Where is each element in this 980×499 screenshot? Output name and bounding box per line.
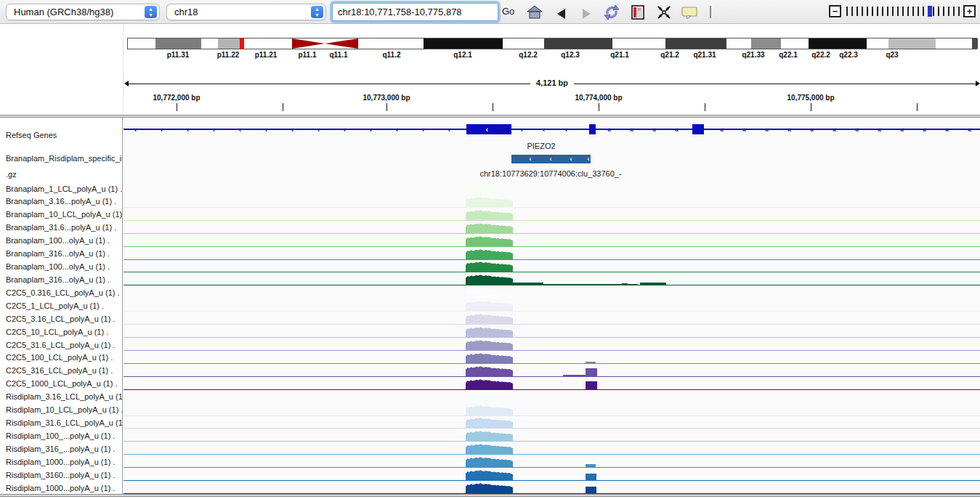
coverage-signal bbox=[466, 455, 513, 467]
track-name-coverage[interactable]: Branaplam_10_LCL_polyA_u (1) bbox=[6, 208, 122, 220]
ideogram-band-label: q21.31 bbox=[693, 51, 716, 59]
coverage-track-row[interactable] bbox=[123, 481, 980, 494]
track-name-coverage[interactable]: Branaplam_100...olyA_u (1) . bbox=[6, 235, 122, 246]
track-name-coverage[interactable]: C2C5_316_LCL_polyA_u (1) . bbox=[6, 365, 122, 376]
tooltip-bubble-icon[interactable] bbox=[681, 4, 698, 21]
zoom-slider-thumb[interactable] bbox=[928, 6, 932, 17]
coverage-signal bbox=[466, 286, 513, 298]
exon-box bbox=[466, 124, 511, 134]
ideogram-band-label: q21.1 bbox=[610, 51, 629, 59]
track-name-coverage[interactable]: Branaplam_316...olyA_u (1) . bbox=[6, 274, 122, 285]
track-name-coverage[interactable]: Branaplam_3.16...polyA_u (1) . bbox=[6, 195, 122, 207]
coverage-track-row[interactable] bbox=[123, 442, 980, 455]
coverage-signal bbox=[466, 442, 513, 454]
strand-chevron-icon: ‹‹ bbox=[675, 126, 679, 134]
bottom-pane-divider[interactable] bbox=[0, 494, 980, 497]
track-name-coverage[interactable]: Branaplam_316...olyA_u (1) . bbox=[6, 248, 122, 259]
coverage-track-row[interactable] bbox=[123, 260, 980, 273]
zoom-tick bbox=[882, 7, 883, 16]
coverage-track-row[interactable] bbox=[123, 390, 980, 403]
zoom-in-button[interactable]: + bbox=[963, 5, 976, 17]
coverage-track-row[interactable] bbox=[123, 403, 980, 416]
coverage-track-row[interactable] bbox=[123, 338, 980, 351]
track-name-junction-line1[interactable]: Branaplam_Risdiplam_specific_int bbox=[6, 154, 122, 163]
coverage-minor-peak bbox=[640, 283, 666, 285]
coverage-track-row[interactable] bbox=[123, 285, 980, 299]
track-name-coverage[interactable]: Risdiplam_1000...polyA_u (1) . bbox=[6, 456, 122, 468]
coverage-track-row[interactable] bbox=[123, 377, 980, 390]
chromosome-ideogram[interactable] bbox=[127, 38, 977, 49]
track-name-coverage[interactable]: C2C5_1_LCL_polyA_u (1) . bbox=[6, 300, 122, 312]
track-name-refseq[interactable]: Refseq Genes bbox=[6, 131, 122, 139]
ideogram-band bbox=[218, 38, 240, 49]
track-name-coverage[interactable]: Branaplam_31.6...polyA_u (1) . bbox=[6, 222, 122, 233]
coverage-track-row[interactable] bbox=[123, 221, 980, 234]
coverage-track-row[interactable] bbox=[123, 234, 980, 247]
track-name-junction-line2[interactable]: .gz bbox=[6, 170, 122, 179]
coverage-track-row[interactable] bbox=[123, 468, 980, 481]
header-panel: p11.31p11.22p11.21p11.1q11.1q11.2q12.1q1… bbox=[0, 25, 980, 115]
coverage-track-row[interactable] bbox=[123, 195, 980, 208]
track-name-coverage[interactable]: Risdiplam_100_...polyA_u (1) . bbox=[6, 430, 122, 442]
home-icon[interactable] bbox=[526, 4, 543, 21]
chromosome-select[interactable]: chr18 ▲▼ bbox=[166, 4, 326, 20]
forward-icon[interactable] bbox=[578, 4, 596, 21]
select-stepper-icon: ▲▼ bbox=[145, 6, 157, 18]
track-data-panel[interactable]: ‹‹‹‹‹‹‹‹‹‹‹‹‹‹‹‹‹‹‹‹‹‹‹‹‹‹‹‹‹‹‹‹‹‹‹‹‹‹‹‹… bbox=[123, 118, 980, 494]
coverage-signal bbox=[466, 299, 513, 311]
coverage-track-row[interactable] bbox=[123, 182, 980, 195]
track-name-coverage[interactable]: C2C5_100_LCL_polyA_u (1) . bbox=[6, 352, 122, 363]
track-name-coverage[interactable]: Branaplam_100...olyA_u (1) . bbox=[6, 261, 122, 272]
strand-chevron-icon: ‹ bbox=[187, 126, 188, 134]
exon-box bbox=[692, 124, 704, 134]
coverage-signal bbox=[466, 365, 513, 376]
coverage-track-row[interactable] bbox=[123, 208, 980, 221]
coverage-track-row[interactable] bbox=[123, 351, 980, 364]
fit-window-icon[interactable] bbox=[655, 4, 673, 21]
coverage-track-row[interactable] bbox=[123, 364, 980, 377]
coverage-signal bbox=[466, 248, 513, 259]
track-name-coverage[interactable]: Risdiplam_31.6_LCL_polyA_u (1 bbox=[6, 417, 122, 429]
coverage-track-row[interactable] bbox=[123, 312, 980, 325]
track-name-coverage[interactable]: C2C5_0.316_LCL_polyA_u (1) . bbox=[6, 287, 122, 299]
refresh-icon[interactable] bbox=[603, 4, 620, 21]
coverage-track-row[interactable] bbox=[123, 455, 980, 468]
ideogram-band-label: p11.1 bbox=[298, 51, 316, 59]
coverage-signal bbox=[466, 378, 513, 389]
strand-chevron-icon: ‹ bbox=[265, 126, 267, 134]
coverage-track-row[interactable] bbox=[123, 325, 980, 338]
zoom-tick bbox=[918, 7, 919, 16]
coverage-track-row[interactable] bbox=[123, 247, 980, 260]
coverage-track-row[interactable] bbox=[123, 416, 980, 429]
go-button[interactable]: Go bbox=[502, 6, 514, 17]
track-name-coverage[interactable]: C2C5_1000_LCL_polyA_u (1) . bbox=[6, 378, 122, 389]
track-name-coverage[interactable]: C2C5_31.6_LCL_polyA_u (1) . bbox=[6, 339, 122, 351]
track-name-coverage[interactable]: Risdiplam_10_LCL_polyA_u (1) . bbox=[6, 404, 122, 415]
coverage-track-row[interactable] bbox=[123, 429, 980, 442]
coverage-minor-peak bbox=[586, 381, 597, 389]
coverage-track-row[interactable] bbox=[123, 272, 980, 285]
coverage-minor-peak bbox=[586, 368, 597, 376]
track-name-coverage[interactable]: C2C5_3.16_LCL_polyA_u (1) . bbox=[6, 313, 122, 325]
junction-interval-bar[interactable]: ‹‹‹‹ bbox=[511, 155, 591, 163]
coverage-track-row[interactable] bbox=[123, 299, 980, 312]
track-name-coverage[interactable]: Risdiplam_1000...polyA_u (1) . bbox=[6, 482, 122, 494]
track-name-coverage[interactable]: Risdiplam_316_...polyA_u (1) . bbox=[6, 443, 122, 455]
locus-input[interactable]: chr18:10,771,758-10,775,878 bbox=[332, 3, 498, 21]
zoom-out-button[interactable]: − bbox=[829, 5, 841, 17]
strand-chevron-icon: ‹ bbox=[291, 126, 293, 134]
track-name-coverage[interactable]: Branaplam_1_LCL_polyA_u (1) . bbox=[6, 183, 122, 195]
track-name-coverage[interactable]: Risdiplam_3160...polyA_u (1) . bbox=[6, 469, 122, 481]
ideogram-band-label: q11.1 bbox=[329, 51, 347, 59]
coverage-signal bbox=[466, 312, 513, 324]
ideogram-band bbox=[751, 38, 781, 49]
zoom-slider: − + bbox=[829, 4, 976, 19]
genome-select[interactable]: Human (GRCh38/hg38) ▲▼ bbox=[6, 4, 160, 20]
coverage-signal bbox=[466, 273, 513, 285]
back-icon[interactable] bbox=[554, 4, 571, 21]
track-name-coverage[interactable]: Risdiplam_3.16_LCL_polyA_u (1 bbox=[6, 391, 122, 402]
ruler-tick-label: 10,772,000 bp bbox=[153, 94, 200, 102]
ruler-tick bbox=[599, 103, 599, 111]
track-name-coverage[interactable]: C2C5_10_LCL_polyA_u (1) . bbox=[6, 326, 122, 338]
region-of-interest-icon[interactable] bbox=[629, 4, 647, 21]
